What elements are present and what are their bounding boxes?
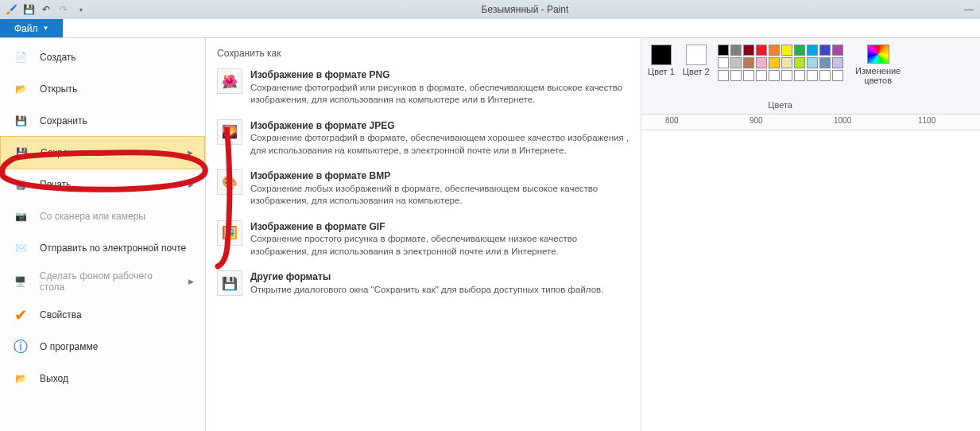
palette-group-label: Цвета <box>768 100 792 110</box>
color-swatch[interactable] <box>730 45 742 56</box>
minimize-button[interactable]: — <box>958 4 980 15</box>
desktop-icon: 🖥️ <box>11 272 30 291</box>
color2-button[interactable]: Цвет 2 <box>680 43 713 78</box>
file-tab[interactable]: Файл ▼ <box>0 19 63 37</box>
menu-save-as[interactable]: 💾 Сохранить как ▶ <box>0 136 205 169</box>
color2-label: Цвет 2 <box>683 67 710 76</box>
file-tab-label: Файл <box>14 23 38 34</box>
new-file-icon: 📄 <box>11 48 30 67</box>
save-as-icon: 💾 <box>12 143 31 162</box>
save-as-other[interactable]: 💾 Другие форматыОткрытие диалогового окн… <box>206 266 641 304</box>
color-swatch[interactable] <box>832 45 843 56</box>
color-swatch[interactable] <box>718 57 729 68</box>
color-swatch[interactable] <box>756 57 767 68</box>
menu-wallpaper: 🖥️ Сделать фоном рабочего стола ▶ <box>0 264 205 299</box>
jpeg-title: Изображение в формате JPEG <box>250 120 395 131</box>
drawing-canvas[interactable] <box>641 130 980 431</box>
palette-row-1 <box>718 45 843 56</box>
menu-about-label: О программе <box>40 341 98 352</box>
bmp-desc: Сохранение любых изображений в формате, … <box>250 184 598 206</box>
color-swatch[interactable] <box>743 45 754 56</box>
save-as-png[interactable]: 🌺 Изображение в формате PNGСохранение фо… <box>206 64 641 115</box>
color-swatch[interactable] <box>718 45 729 56</box>
submenu-header: Сохранить как <box>206 45 641 64</box>
color-palette: Цвета <box>715 43 846 111</box>
menu-email-label: Отправить по электронной почте <box>40 243 186 254</box>
qat-dropdown-icon[interactable]: ▾ <box>75 3 87 16</box>
bmp-title: Изображение в формате BMP <box>250 170 390 181</box>
menu-email[interactable]: ✉️ Отправить по электронной почте <box>0 232 205 264</box>
menu-properties[interactable]: ✔ Свойства <box>0 299 205 331</box>
scanner-icon: 📷 <box>11 207 30 226</box>
ribbon-colors-group: Цвет 1 Цвет 2 Цвета Изменение цветов <box>641 38 980 115</box>
ribbon-blank <box>63 19 980 38</box>
color-swatch[interactable] <box>781 70 792 81</box>
save-as-bmp[interactable]: 🎨 Изображение в формате BMPСохранение лю… <box>206 165 641 216</box>
chevron-down-icon: ▼ <box>43 25 49 32</box>
color-swatch[interactable] <box>819 45 831 56</box>
color-swatch[interactable] <box>756 45 767 56</box>
gif-title: Изображение в формате GIF <box>250 221 385 232</box>
title-bar: 🖌️ 💾 ↶ ↷ ▾ Безымянный - Paint — <box>0 0 980 19</box>
color-swatch[interactable] <box>794 70 805 81</box>
exit-icon: 📂 <box>11 369 30 388</box>
color-swatch[interactable] <box>832 57 843 68</box>
color1-button[interactable]: Цвет 1 <box>645 43 678 78</box>
ruler-tick: 800 <box>665 116 679 125</box>
color-swatch[interactable] <box>756 70 767 81</box>
color-swatch[interactable] <box>730 57 742 68</box>
color-swatch[interactable] <box>819 57 831 68</box>
color-swatch[interactable] <box>794 45 805 56</box>
color-swatch[interactable] <box>769 57 780 68</box>
info-icon: ⓘ <box>11 337 30 356</box>
qat-save-icon[interactable]: 💾 <box>22 3 35 16</box>
menu-save-label: Сохранить <box>40 115 87 126</box>
chevron-right-icon: ▶ <box>188 149 193 157</box>
rainbow-icon <box>867 45 889 64</box>
edit-colors-button[interactable]: Изменение цветов <box>848 43 908 87</box>
jpeg-desc: Сохранение фотографий в формате, обеспеч… <box>250 133 629 155</box>
menu-save-as-label: Сохранить как <box>41 147 104 158</box>
color-swatch[interactable] <box>743 57 754 68</box>
ruler-tick: 900 <box>750 116 763 125</box>
file-menu: 📄 Создать 📂 Открыть 💾 Сохранить 💾 Сохран… <box>0 38 206 431</box>
qat-undo-icon[interactable]: ↶ <box>40 3 52 16</box>
menu-new[interactable]: 📄 Создать <box>0 41 205 73</box>
color-swatch[interactable] <box>807 57 818 68</box>
menu-open[interactable]: 📂 Открыть <box>0 73 205 105</box>
color-swatch[interactable] <box>832 70 843 81</box>
menu-print[interactable]: 🖨️ Печать ▶ <box>0 169 205 200</box>
color-swatch[interactable] <box>794 57 805 68</box>
gif-icon: 🖼️ <box>217 220 242 246</box>
color-swatch[interactable] <box>819 70 831 81</box>
app-icon: 🖌️ <box>5 3 17 16</box>
save-as-gif[interactable]: 🖼️ Изображение в формате GIFСохранение п… <box>206 216 641 266</box>
png-desc: Сохранение фотографий или рисунков в фор… <box>250 83 622 105</box>
color-swatch[interactable] <box>781 45 792 56</box>
menu-about[interactable]: ⓘ О программе <box>0 331 205 363</box>
menu-save[interactable]: 💾 Сохранить <box>0 105 205 137</box>
menu-exit[interactable]: 📂 Выход <box>0 363 205 394</box>
chevron-right-icon: ▶ <box>188 278 194 285</box>
open-folder-icon: 📂 <box>11 80 30 99</box>
color-swatch[interactable] <box>807 45 818 56</box>
checkmark-icon: ✔ <box>11 305 30 324</box>
save-as-jpeg[interactable]: 🌄 Изображение в формате JPEGСохранение ф… <box>206 115 641 165</box>
color-swatch[interactable] <box>769 70 780 81</box>
color-swatch[interactable] <box>807 70 818 81</box>
window-title: Безымянный - Paint <box>92 4 958 15</box>
menu-new-label: Создать <box>40 52 76 63</box>
qat-redo-icon[interactable]: ↷ <box>57 3 70 16</box>
color1-swatch <box>651 45 672 65</box>
png-icon: 🌺 <box>217 68 242 94</box>
color-swatch[interactable] <box>781 57 792 68</box>
color-swatch[interactable] <box>743 70 754 81</box>
menu-print-label: Печать <box>40 179 71 190</box>
color-swatch[interactable] <box>718 70 729 81</box>
bmp-icon: 🎨 <box>217 169 242 195</box>
jpeg-icon: 🌄 <box>217 119 242 145</box>
color-swatch[interactable] <box>769 45 780 56</box>
color-swatch[interactable] <box>730 70 742 81</box>
printer-icon: 🖨️ <box>11 175 30 194</box>
gif-desc: Сохранение простого рисунка в формате, о… <box>250 234 577 256</box>
